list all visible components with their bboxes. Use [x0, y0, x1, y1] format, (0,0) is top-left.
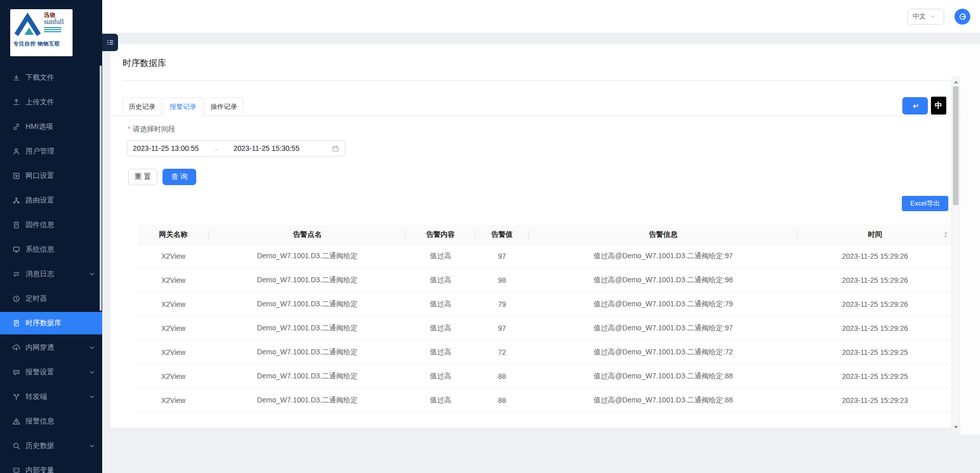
calendar-icon — [332, 145, 339, 152]
sidebar-item-16[interactable]: 内部变量 — [0, 459, 102, 473]
excel-export-button[interactable]: Excel导出 — [902, 196, 948, 211]
right-gutter — [961, 44, 980, 435]
table-cell: 值过高 — [406, 268, 475, 292]
sidebar-collapse-button[interactable] — [102, 34, 118, 51]
table-cell: 79 — [475, 292, 529, 316]
sidebar-item-9[interactable]: 定时器 — [0, 287, 102, 310]
table-cell: 2023-11-25 15:29:26 — [798, 244, 952, 268]
table-cell: 2023-11-25 15:29:25 — [798, 365, 952, 388]
sidebar-scrollbar-thumb[interactable] — [100, 65, 102, 311]
return-arrow-icon — [911, 102, 920, 110]
column-header-5: 时间 — [798, 225, 952, 244]
history-data-icon — [12, 442, 20, 450]
system-info-icon — [12, 245, 20, 254]
sidebar-item-0[interactable]: 下载文件 — [0, 66, 102, 89]
return-button[interactable] — [902, 97, 928, 115]
main-scrollbar[interactable] — [951, 77, 960, 432]
sidebar-item-10[interactable]: 时序数据库 — [0, 312, 102, 334]
end-datetime-value[interactable]: 2023-11-25 15:30:55 — [234, 144, 299, 152]
language-selector[interactable]: 中文 — [907, 9, 944, 25]
tab-2[interactable]: 操作记录 — [204, 98, 243, 116]
sidebar-item-label: 消息日志 — [26, 269, 54, 279]
table-cell: 2023-11-25 15:29:26 — [798, 317, 952, 340]
column-header-4: 告警信息 — [529, 225, 798, 244]
table-cell: 值过高@Demo_W7.1001.D3.二通阀给定:88 — [529, 389, 798, 412]
logo-triangle-icon — [13, 12, 43, 37]
filter-actions: 重 置 查 询 — [128, 169, 196, 185]
table-row: X2ViewDemo_W7.1001.D3.二通阀给定值过高97值过高@Demo… — [138, 317, 952, 341]
sidebar-item-6[interactable]: 固件信息 — [0, 214, 102, 236]
table-cell: 2023-11-25 15:29:25 — [798, 341, 952, 364]
network-port-icon — [12, 172, 20, 180]
sidebar-item-label: 下载文件 — [26, 73, 54, 82]
sidebar: 迅饶 sunfull 专注自控 物物互联 下载文件上传文件HMI选项用户管理网口… — [0, 0, 102, 473]
chevron-down-icon — [89, 271, 95, 277]
sidebar-item-15[interactable]: 历史数据 — [0, 435, 102, 457]
table-cell: 值过高@Demo_W7.1001.D3.二通阀给定:72 — [529, 341, 798, 364]
chevron-down-icon — [89, 369, 95, 375]
sidebar-item-2[interactable]: HMI选项 — [0, 116, 102, 138]
sidebar-item-label: 上传文件 — [26, 98, 54, 107]
chinese-lang-badge[interactable]: 中 — [931, 97, 946, 115]
title-divider — [123, 80, 950, 81]
sidebar-item-14[interactable]: 报警信息 — [0, 410, 102, 433]
sidebar-item-3[interactable]: 用户管理 — [0, 140, 102, 163]
table-body: X2ViewDemo_W7.1001.D3.二通阀给定值过高97值过高@Demo… — [138, 244, 952, 413]
table-row: X2ViewDemo_W7.1001.D3.二通阀给定值过高97值过高@Demo… — [138, 244, 952, 268]
scroll-up-arrow[interactable] — [952, 78, 960, 85]
tab-0[interactable]: 历史记录 — [123, 98, 161, 116]
table-cell: 值过高@Demo_W7.1001.D3.二通阀给定:79 — [529, 292, 798, 316]
sort-icon[interactable] — [943, 231, 948, 238]
table-cell: 值过高 — [406, 389, 475, 412]
column-header-0: 网关名称 — [138, 225, 209, 244]
table-cell: 98 — [475, 268, 529, 292]
table-cell: 值过高@Demo_W7.1001.D3.二通阀给定:97 — [529, 244, 798, 268]
table-cell: Demo_W7.1001.D3.二通阀给定 — [209, 389, 406, 412]
content-card: 时序数据库 历史记录报警记录操作记录 中 *请选择时间段 2023-11-25 … — [110, 44, 963, 427]
table-cell: 88 — [475, 389, 529, 412]
sunfull-logo: 迅饶 sunfull 专注自控 物物互联 — [10, 9, 73, 56]
chevron-down-icon — [930, 14, 936, 19]
sidebar-item-5[interactable]: 路由设置 — [0, 189, 102, 212]
table-cell: 值过高 — [406, 317, 475, 340]
database-icon — [12, 319, 20, 327]
column-header-1: 告警点名 — [209, 225, 406, 244]
sidebar-item-label: 报警设置 — [26, 368, 54, 377]
sidebar-item-11[interactable]: 内网穿透 — [0, 336, 102, 359]
user-avatar[interactable] — [954, 9, 970, 25]
sidebar-item-1[interactable]: 上传文件 — [0, 91, 102, 114]
table-cell: 2023-11-25 15:29:23 — [798, 389, 952, 412]
table-cell: X2View — [138, 365, 209, 388]
nat-icon — [12, 344, 20, 352]
sidebar-item-label: 内部变量 — [26, 466, 54, 473]
sidebar-item-label: 报警信息 — [26, 417, 54, 426]
firmware-icon — [12, 221, 20, 229]
sidebar-item-12[interactable]: 报警设置 — [0, 361, 102, 384]
query-button[interactable]: 查 询 — [162, 169, 196, 185]
sidebar-item-4[interactable]: 网口设置 — [0, 165, 102, 187]
table-cell: Demo_W7.1001.D3.二通阀给定 — [209, 244, 406, 268]
tab-1[interactable]: 报警记录 — [164, 98, 202, 116]
time-range-label: *请选择时间段 — [128, 125, 175, 134]
table-cell: 值过高 — [406, 244, 475, 268]
sidebar-item-13[interactable]: 转发端 — [0, 386, 102, 408]
sidebar-item-7[interactable]: 系统信息 — [0, 238, 102, 261]
scroll-down-arrow[interactable] — [952, 423, 960, 431]
reset-button[interactable]: 重 置 — [128, 169, 157, 185]
chevron-down-icon — [89, 345, 95, 351]
logout-icon — [958, 12, 967, 21]
timer-icon — [12, 295, 20, 303]
start-datetime-value[interactable]: 2023-11-25 13:00:55 — [133, 144, 199, 152]
alarm-settings-icon — [12, 368, 20, 376]
table-cell: Demo_W7.1001.D3.二通阀给定 — [209, 317, 406, 340]
internal-variable-icon — [12, 466, 20, 473]
logo-lines — [44, 27, 61, 28]
download-icon — [12, 74, 20, 82]
date-range-picker[interactable]: 2023-11-25 13:00:55 → 2023-11-25 15:30:5… — [127, 140, 345, 156]
scrollbar-thumb[interactable] — [953, 86, 959, 205]
sidebar-item-8[interactable]: 消息日志 — [0, 263, 102, 285]
sidebar-item-label: 时序数据库 — [26, 319, 61, 328]
table-cell: Demo_W7.1001.D3.二通阀给定 — [209, 268, 406, 292]
link-icon — [12, 123, 20, 131]
sidebar-item-label: 历史数据 — [26, 441, 54, 451]
